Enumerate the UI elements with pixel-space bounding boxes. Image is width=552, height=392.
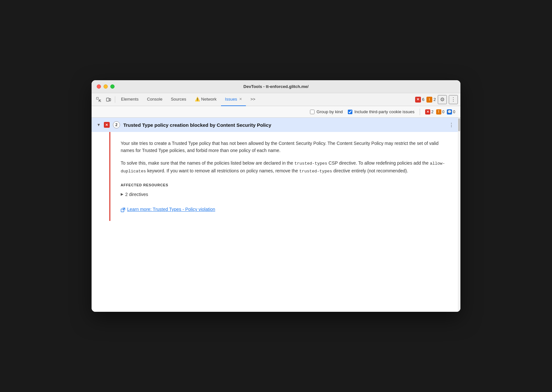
- main-content-wrapper: ▼ ✕ 2 Trusted Type policy creation block…: [92, 118, 460, 312]
- scrollbar-thumb[interactable]: [458, 118, 460, 131]
- toolbar-right: ✕ 6 ! 2 ⚙ ⋮: [415, 95, 458, 104]
- external-link-icon: [121, 206, 125, 213]
- svg-rect-1: [106, 98, 109, 101]
- issues-error-icon: ✕: [425, 109, 430, 114]
- learn-more-label: Learn more: Trusted Types - Policy viola…: [127, 206, 215, 213]
- expand-arrow-icon: ▶: [121, 191, 123, 197]
- issue-count-circle: 2: [113, 121, 120, 128]
- directives-label: 2 directives: [125, 191, 148, 198]
- group-by-kind-checkbox[interactable]: [310, 110, 315, 114]
- tab-elements[interactable]: Elements: [117, 93, 142, 106]
- issues-info-count: 💬 0: [447, 109, 455, 114]
- include-third-party-wrap: Include third-party cookie issues: [348, 109, 414, 114]
- more-tabs-button[interactable]: >>: [247, 93, 259, 106]
- tab-issues[interactable]: Issues ✕: [221, 93, 246, 106]
- tab-network[interactable]: ⚠️ Network: [191, 93, 221, 106]
- maximize-button[interactable]: [110, 84, 115, 89]
- tab-sources[interactable]: Sources: [167, 93, 190, 106]
- minimize-button[interactable]: [104, 84, 108, 89]
- close-button[interactable]: [97, 84, 101, 89]
- issue-title: Trusted Type policy creation blocked by …: [123, 122, 444, 128]
- warning-badge-wrap: ! 2: [426, 97, 436, 103]
- issues-info-count-label: 0: [453, 110, 455, 114]
- collapse-icon[interactable]: ▼: [97, 123, 101, 127]
- learn-more-link[interactable]: Learn more: Trusted Types - Policy viola…: [121, 206, 450, 213]
- issue-error-icon: ✕: [104, 122, 110, 128]
- window-title: DevTools - tt-enforced.glitch.me/: [243, 84, 308, 89]
- toolbar-divider-1: [115, 96, 115, 103]
- group-by-kind-wrap: Group by kind: [310, 109, 343, 114]
- directives-expand-button[interactable]: ▶ 2 directives: [121, 191, 450, 198]
- issue-header[interactable]: ▼ ✕ 2 Trusted Type policy creation block…: [92, 118, 460, 132]
- issue-body-paragraph-1: Your site tries to create a Trusted Type…: [121, 140, 450, 154]
- error-badge-wrap: ✕ 6: [415, 97, 425, 103]
- error-icon: ✕: [415, 97, 421, 103]
- main-content: ▼ ✕ 2 Trusted Type policy creation block…: [92, 118, 460, 312]
- tab-console[interactable]: Console: [143, 93, 166, 106]
- issues-warning-count: ! 0: [436, 109, 445, 114]
- title-bar: DevTools - tt-enforced.glitch.me/: [92, 80, 460, 93]
- issues-toolbar: Group by kind Include third-party cookie…: [92, 106, 460, 118]
- issues-warning-count-label: 0: [442, 110, 445, 114]
- issue-body: Your site tries to create a Trusted Type…: [109, 132, 460, 221]
- group-by-kind-label[interactable]: Group by kind: [316, 109, 343, 114]
- devtools-toolbar: Elements Console Sources ⚠️ Network Issu…: [92, 93, 460, 106]
- include-third-party-checkbox[interactable]: [348, 110, 352, 114]
- affected-resources-title: AFFECTED RESOURCES: [121, 182, 450, 188]
- inspect-element-button[interactable]: [94, 95, 103, 104]
- warning-icon: !: [426, 97, 432, 103]
- tab-close-icon[interactable]: ✕: [239, 97, 242, 101]
- issues-count-group: ✕ 2 ! 0 💬 0: [425, 109, 455, 114]
- affected-resources-section: AFFECTED RESOURCES ▶ 2 directives: [121, 182, 450, 198]
- issues-error-count-label: 2: [431, 110, 434, 114]
- scrollbar-track: [458, 118, 460, 312]
- settings-button[interactable]: ⚙: [438, 95, 447, 104]
- warning-count-label: 2: [434, 97, 436, 102]
- network-warning-icon: ⚠️: [195, 97, 200, 102]
- issues-toolbar-divider: [420, 109, 420, 115]
- more-options-button[interactable]: ⋮: [449, 95, 458, 104]
- issue-body-paragraph-2: To solve this, make sure that the names …: [121, 159, 450, 175]
- svg-rect-2: [109, 99, 111, 101]
- issue-more-button[interactable]: ⋮: [447, 121, 455, 129]
- traffic-lights: [97, 84, 115, 89]
- devtools-window: DevTools - tt-enforced.glitch.me/ Elemen…: [92, 80, 460, 312]
- svg-rect-0: [96, 97, 98, 99]
- error-count-label: 6: [422, 97, 425, 102]
- include-third-party-label[interactable]: Include third-party cookie issues: [354, 109, 414, 114]
- issues-error-count: ✕ 2: [425, 109, 434, 114]
- device-toolbar-button[interactable]: [104, 95, 113, 104]
- issues-info-icon: 💬: [447, 109, 452, 114]
- issues-warning-icon: !: [436, 109, 441, 114]
